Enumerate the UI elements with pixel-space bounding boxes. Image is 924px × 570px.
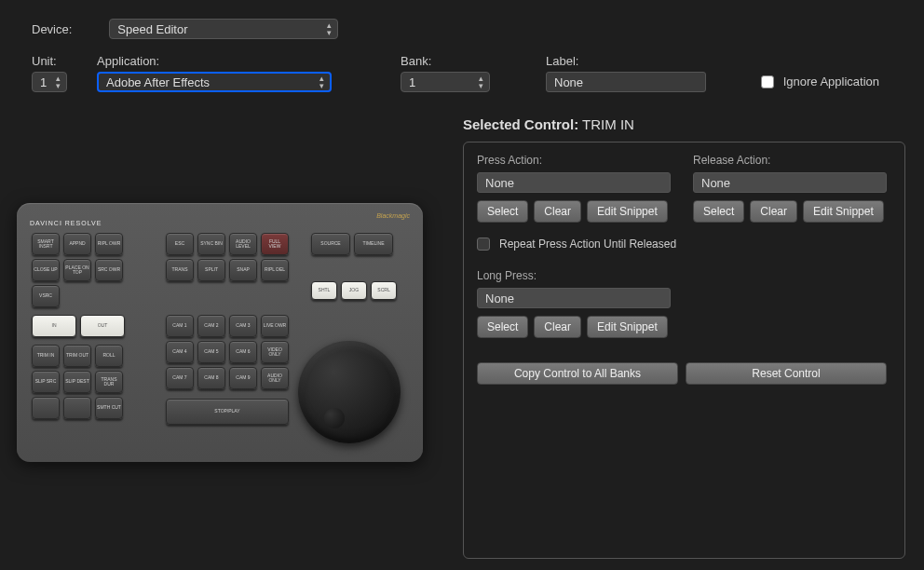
release-clear-button[interactable]: Clear xyxy=(750,200,797,223)
key-smart-insert[interactable]: SMART INSRT xyxy=(32,233,60,255)
label-field-value: None xyxy=(554,75,583,89)
blackmagic-logo: Blackmagic xyxy=(376,212,410,219)
key-out[interactable]: OUT xyxy=(80,315,125,337)
key-sync-bin[interactable]: SYNC BIN xyxy=(197,233,225,255)
copy-to-all-banks-button[interactable]: Copy Control to All Banks xyxy=(477,362,678,385)
application-select-value: Adobe After Effects xyxy=(106,75,210,89)
key-cam-7[interactable]: CAM 7 xyxy=(166,367,194,389)
press-edit-snippet-button[interactable]: Edit Snippet xyxy=(587,200,668,223)
application-select[interactable]: Adobe After Effects xyxy=(97,72,332,92)
key-vsrc[interactable]: VSRC xyxy=(32,285,60,307)
selected-control-prefix: Selected Control: xyxy=(463,116,578,132)
key-jog[interactable]: JOG xyxy=(341,281,367,300)
key-snap[interactable]: SNAP xyxy=(229,259,257,281)
brand-text: DAVINCI RESOLVE xyxy=(30,220,102,226)
key-video-only[interactable]: VIDEO ONLY xyxy=(261,341,289,363)
longpress-select-button[interactable]: Select xyxy=(477,316,528,338)
bank-label: Bank: xyxy=(401,54,546,68)
longpress-edit-snippet-button[interactable]: Edit Snippet xyxy=(587,316,668,338)
release-select-button[interactable]: Select xyxy=(693,200,744,223)
key-cam-9[interactable]: CAM 9 xyxy=(229,367,257,389)
key-place-on-top[interactable]: PLACE ON TOP xyxy=(63,259,91,281)
long-press-label: Long Press: xyxy=(477,269,891,282)
release-action-field[interactable]: None xyxy=(693,172,887,193)
reset-control-button[interactable]: Reset Control xyxy=(686,362,887,385)
press-clear-button[interactable]: Clear xyxy=(534,200,581,223)
selected-control-title: Selected Control: TRIM IN xyxy=(463,116,634,132)
key-live-overwrite[interactable]: LIVE OWR xyxy=(261,315,289,337)
longpress-clear-button[interactable]: Clear xyxy=(534,316,581,338)
key-cam-2[interactable]: CAM 2 xyxy=(197,315,225,337)
key-audio-level[interactable]: AUDIO LEVEL xyxy=(229,233,257,255)
chevron-updown-icon xyxy=(319,75,324,89)
key-slip-src[interactable]: SLIP SRC xyxy=(32,371,60,393)
key-shuttle[interactable]: SHTL xyxy=(311,281,337,300)
label-field[interactable]: None xyxy=(546,72,706,92)
key-blank-1[interactable] xyxy=(32,397,60,419)
press-action-field[interactable]: None xyxy=(477,172,671,193)
key-ripple-delete[interactable]: RIPL DEL xyxy=(261,259,289,281)
label-label: Label: xyxy=(546,54,578,68)
device-select[interactable]: Speed Editor xyxy=(109,19,338,39)
bank-select[interactable]: 1 xyxy=(401,72,490,92)
key-timeline[interactable]: TIMELINE xyxy=(354,233,393,255)
key-cam-8[interactable]: CAM 8 xyxy=(197,367,225,389)
ignore-application-label: Ignore Application xyxy=(783,75,879,88)
hardware-panel: DAVINCI RESOLVE Blackmagic SMART INSRT A… xyxy=(17,203,423,462)
control-config-panel: Press Action: None Select Clear Edit Sni… xyxy=(463,142,905,559)
chevron-updown-icon xyxy=(479,75,483,89)
key-split[interactable]: SPLIT xyxy=(197,259,225,281)
device-select-value: Speed Editor xyxy=(117,22,187,36)
key-roll[interactable]: ROLL xyxy=(95,345,123,367)
application-label: Application: xyxy=(97,54,401,68)
key-stop-play[interactable]: STOP/PLAY xyxy=(166,399,289,425)
press-select-button[interactable]: Select xyxy=(477,200,528,223)
key-append[interactable]: APPND xyxy=(63,233,91,255)
key-ripple-overwrite[interactable]: RIPL OWR xyxy=(95,233,123,255)
long-press-field[interactable]: None xyxy=(477,288,671,308)
key-slip-dest[interactable]: SLIP DEST xyxy=(63,371,91,393)
key-cam-5[interactable]: CAM 5 xyxy=(197,341,225,363)
key-smooth-cut[interactable]: SMTH CUT xyxy=(95,397,123,419)
press-action-label: Press Action: xyxy=(477,154,671,167)
key-cam-6[interactable]: CAM 6 xyxy=(229,341,257,363)
unit-label: Unit: xyxy=(32,54,97,68)
key-blank-2[interactable] xyxy=(63,397,91,419)
key-audio-only[interactable]: AUDIO ONLY xyxy=(261,367,289,389)
key-src-overwrite[interactable]: SRC OWR xyxy=(95,259,123,281)
key-scroll[interactable]: SCRL xyxy=(371,281,397,300)
key-cam-1[interactable]: CAM 1 xyxy=(166,315,194,337)
key-full-view[interactable]: FULL VIEW xyxy=(261,233,289,255)
key-trans[interactable]: TRANS xyxy=(166,259,194,281)
repeat-press-label: Repeat Press Action Until Released xyxy=(499,238,676,251)
key-trans-dur[interactable]: TRANS DUR xyxy=(95,371,123,393)
chevron-updown-icon xyxy=(327,21,332,36)
key-cam-3[interactable]: CAM 3 xyxy=(229,315,257,337)
release-edit-snippet-button[interactable]: Edit Snippet xyxy=(803,200,884,223)
jog-wheel[interactable] xyxy=(298,341,401,443)
key-source[interactable]: SOURCE xyxy=(311,233,350,255)
key-trim-out[interactable]: TRIM OUT xyxy=(63,345,91,367)
selected-control-value: TRIM IN xyxy=(582,116,634,132)
release-action-value: None xyxy=(701,176,730,190)
key-cam-4[interactable]: CAM 4 xyxy=(166,341,194,363)
long-press-value: None xyxy=(485,292,514,305)
key-esc[interactable]: ESC xyxy=(166,233,194,255)
chevron-updown-icon xyxy=(56,75,61,89)
key-close-up[interactable]: CLOSE UP xyxy=(32,259,60,281)
press-action-value: None xyxy=(485,176,514,190)
unit-select-value: 1 xyxy=(40,75,47,89)
repeat-press-checkbox[interactable] xyxy=(477,238,490,251)
key-in[interactable]: IN xyxy=(32,315,76,337)
key-trim-in[interactable]: TRIM IN xyxy=(32,345,60,367)
device-label: Device: xyxy=(32,22,72,36)
ignore-application-checkbox[interactable] xyxy=(761,75,774,88)
bank-select-value: 1 xyxy=(409,75,415,89)
release-action-label: Release Action: xyxy=(693,154,887,167)
unit-select[interactable]: 1 xyxy=(32,72,67,92)
